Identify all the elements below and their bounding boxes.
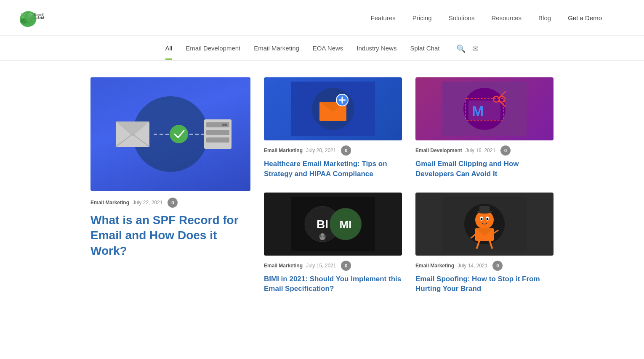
blog-grid: Email Marketing July 22, 2021 0 What is … [82, 77, 562, 294]
cat-email-development[interactable]: Email Development [186, 45, 240, 60]
bimi-post-image[interactable]: BI MI [264, 193, 402, 256]
svg-point-56 [487, 218, 489, 220]
email-icon[interactable]: ✉ [472, 44, 479, 53]
featured-post: Email Marketing July 22, 2021 0 What is … [90, 77, 250, 294]
nav-blog[interactable]: Blog [538, 14, 551, 21]
nav-features[interactable]: Features [371, 14, 396, 21]
post-card-spoofing: Email Marketing July 14, 2021 0 Email Sp… [415, 193, 554, 294]
healthcare-post-meta: Email Marketing July 20, 2021 0 [264, 145, 402, 156]
svg-point-16 [170, 125, 188, 143]
svg-rect-20 [206, 130, 229, 135]
spoofing-post-title[interactable]: Email Spoofing: How to Stop it From Hurt… [415, 274, 554, 294]
svg-text:Acid: Acid [37, 16, 44, 20]
gmail-svg: M [442, 82, 527, 136]
featured-post-meta: Email Marketing July 22, 2021 0 [90, 198, 250, 208]
site-header: Email on Acid Features Pricing Solutions… [0, 0, 644, 36]
gmail-post-date: July 16, 2021 [466, 148, 495, 153]
category-nav: All Email Development Email Marketing EO… [0, 36, 644, 61]
healthcare-post-title[interactable]: Healthcare Email Marketing: Tips on Stra… [264, 159, 402, 179]
gmail-post-image[interactable]: M [415, 77, 554, 140]
bimi-post-date: July 15, 2021 [306, 263, 336, 269]
cat-all[interactable]: All [165, 45, 173, 60]
cat-email-marketing[interactable]: Email Marketing [254, 45, 299, 60]
bimi-post-meta: Email Marketing July 15, 2021 0 [264, 261, 402, 271]
logo-svg: Email on Acid [17, 5, 51, 30]
gmail-post-meta: Email Development July 16, 2021 0 [415, 145, 554, 156]
spoofing-post-category: Email Marketing [415, 263, 454, 269]
gmail-post-title[interactable]: Gmail Email Clipping and How Developers … [415, 159, 554, 179]
featured-post-comments[interactable]: 0 [168, 198, 178, 208]
gmail-post-category: Email Development [415, 148, 462, 153]
spoofing-post-date: July 14, 2021 [458, 263, 487, 269]
spoofing-post-image[interactable] [415, 193, 554, 256]
healthcare-post-date: July 20, 2021 [306, 148, 336, 153]
svg-point-23 [222, 124, 225, 126]
svg-point-55 [481, 218, 483, 220]
cat-splat-chat[interactable]: Splat Chat [410, 45, 439, 60]
featured-post-image[interactable] [90, 77, 250, 191]
cat-industry-news[interactable]: Industry News [357, 45, 397, 60]
svg-rect-52 [479, 206, 490, 213]
healthcare-svg [291, 82, 375, 136]
main-nav: Features Pricing Solutions Resources Blo… [371, 14, 602, 21]
gmail-post-comments[interactable]: 0 [500, 145, 511, 156]
post-card-bimi: BI MI Email Marketing July 15, 2021 0 BI… [264, 193, 402, 294]
healthcare-post-comments[interactable]: 0 [341, 145, 351, 156]
nav-resources[interactable]: Resources [491, 14, 522, 21]
spoofing-post-meta: Email Marketing July 14, 2021 0 [415, 261, 554, 271]
svg-text:BI: BI [317, 218, 328, 231]
featured-post-date: July 22, 2021 [133, 200, 162, 206]
bimi-post-title[interactable]: BIMI in 2021: Should You Implement this … [264, 274, 402, 294]
bimi-post-category: Email Marketing [264, 263, 303, 269]
svg-rect-21 [206, 137, 229, 143]
featured-post-category: Email Marketing [90, 200, 129, 206]
cat-eoa-news[interactable]: EOA News [313, 45, 343, 60]
spf-svg [90, 88, 250, 180]
svg-point-47 [320, 237, 325, 240]
svg-point-22 [225, 124, 227, 126]
nav-solutions[interactable]: Solutions [449, 14, 475, 21]
search-icon[interactable]: 🔍 [456, 44, 466, 53]
svg-point-46 [321, 233, 324, 237]
spoofing-post-comments[interactable]: 0 [492, 261, 503, 271]
svg-text:on: on [34, 17, 37, 19]
post-card-gmail: M Email Development July 16, 2021 0 Gmai… [415, 77, 554, 179]
healthcare-post-category: Email Marketing [264, 148, 303, 153]
logo-link[interactable]: Email on Acid [17, 5, 51, 30]
svg-text:M: M [472, 103, 484, 119]
post-card-healthcare: Email Marketing July 20, 2021 0 Healthca… [264, 77, 402, 179]
nav-get-demo[interactable]: Get a Demo [568, 14, 602, 21]
cat-icon-group: 🔍 ✉ [456, 44, 479, 60]
spf-illustration [90, 77, 250, 191]
nav-pricing[interactable]: Pricing [412, 14, 432, 21]
bimi-svg: BI MI [291, 197, 375, 251]
svg-text:MI: MI [340, 218, 352, 231]
bimi-post-comments[interactable]: 0 [341, 261, 351, 271]
healthcare-post-image[interactable] [264, 77, 402, 140]
spoofing-svg [442, 197, 527, 251]
featured-post-title[interactable]: What is an SPF Record for Email and How … [90, 213, 250, 259]
